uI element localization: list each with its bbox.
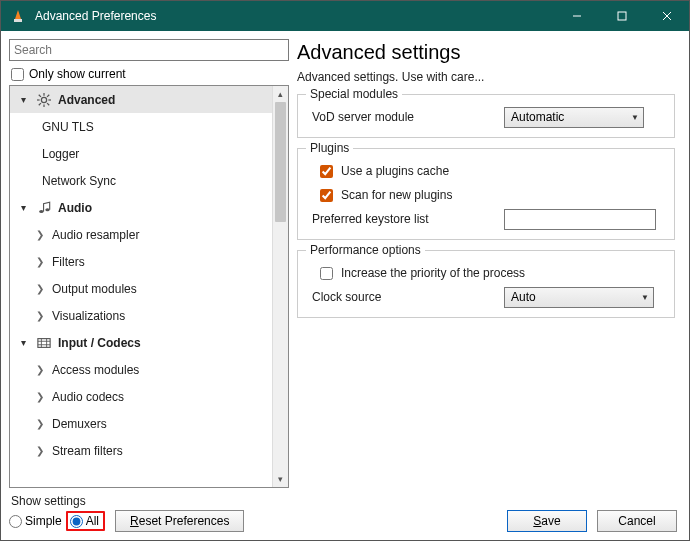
window-body: Only show current ▾AdvancedGNU TLSLogger…	[1, 31, 689, 540]
content-area: Only show current ▾AdvancedGNU TLSLogger…	[1, 31, 689, 496]
tree-category-input-codecs[interactable]: ▾Input / Codecs	[10, 329, 272, 356]
chevron-right-icon[interactable]: ❯	[34, 283, 46, 294]
save-button[interactable]: Save	[507, 510, 587, 532]
priority-checkbox[interactable]	[320, 267, 333, 280]
tree-item-label: Demuxers	[52, 417, 107, 431]
disclosure-triangle-icon[interactable]: ▾	[16, 94, 30, 105]
tree-item-demuxers[interactable]: ❯Demuxers	[10, 410, 272, 437]
tree-category-audio[interactable]: ▾Audio	[10, 194, 272, 221]
clock-select-value: Auto	[511, 290, 536, 304]
disclosure-triangle-icon[interactable]: ▾	[16, 337, 30, 348]
gear-icon	[36, 92, 52, 108]
chevron-right-icon[interactable]: ❯	[34, 364, 46, 375]
tree-item-label: Stream filters	[52, 444, 123, 458]
tree-item-visualizations[interactable]: ❯Visualizations	[10, 302, 272, 329]
tree-item-access-modules[interactable]: ❯Access modules	[10, 356, 272, 383]
scroll-down-icon[interactable]: ▾	[273, 471, 289, 487]
chevron-down-icon: ▼	[631, 113, 639, 122]
page-description: Advanced settings. Use with care...	[297, 70, 675, 84]
radio-all-input[interactable]	[70, 515, 83, 528]
svg-point-16	[45, 208, 49, 211]
show-settings-group: Show settings Simple All Reset Preferenc…	[9, 494, 244, 532]
radio-simple-label: Simple	[25, 514, 62, 528]
app-icon	[9, 7, 27, 25]
radio-all[interactable]: All	[66, 511, 105, 531]
svg-line-11	[39, 94, 41, 96]
chevron-down-icon: ▼	[641, 293, 649, 302]
radio-all-label: All	[86, 514, 99, 528]
tree-item-output-modules[interactable]: ❯Output modules	[10, 275, 272, 302]
chevron-right-icon[interactable]: ❯	[34, 229, 46, 240]
only-show-current-row: Only show current	[11, 67, 287, 81]
tree-item-network-sync[interactable]: Network Sync	[10, 167, 272, 194]
svg-marker-0	[15, 10, 21, 19]
clock-select[interactable]: Auto ▼	[504, 287, 654, 308]
tree-item-label: Audio resampler	[52, 228, 139, 242]
group-legend-plugins: Plugins	[306, 141, 353, 155]
svg-line-14	[39, 103, 41, 105]
codec-icon	[36, 335, 52, 351]
tree-item-audio-resampler[interactable]: ❯Audio resampler	[10, 221, 272, 248]
scan-plugins-label: Scan for new plugins	[341, 188, 666, 202]
vod-select[interactable]: Automatic ▼	[504, 107, 644, 128]
show-settings-label: Show settings	[9, 494, 244, 508]
reset-preferences-button[interactable]: Reset Preferences	[115, 510, 244, 532]
tree-item-label: Advanced	[58, 93, 115, 107]
tree-item-label: GNU TLS	[42, 120, 94, 134]
radio-simple[interactable]: Simple	[9, 514, 62, 528]
svg-rect-1	[14, 19, 22, 22]
tree-item-filters[interactable]: ❯Filters	[10, 248, 272, 275]
svg-point-6	[41, 97, 46, 102]
svg-rect-3	[618, 12, 626, 20]
chevron-right-icon[interactable]: ❯	[34, 256, 46, 267]
keystore-input[interactable]	[504, 209, 656, 230]
radio-simple-input[interactable]	[9, 515, 22, 528]
priority-label: Increase the priority of the process	[341, 266, 666, 280]
left-panel: Only show current ▾AdvancedGNU TLSLogger…	[9, 39, 289, 488]
svg-line-13	[47, 94, 49, 96]
tree-item-label: Audio	[58, 201, 92, 215]
svg-point-15	[39, 209, 43, 212]
vod-label: VoD server module	[306, 110, 496, 124]
tree-item-audio-codecs[interactable]: ❯Audio codecs	[10, 383, 272, 410]
disclosure-triangle-icon[interactable]: ▾	[16, 202, 30, 213]
close-button[interactable]	[644, 1, 689, 31]
tree-category-advanced[interactable]: ▾Advanced	[10, 86, 272, 113]
tree-item-stream-filters[interactable]: ❯Stream filters	[10, 437, 272, 464]
plugins-cache-label: Use a plugins cache	[341, 164, 666, 178]
tree-item-label: Output modules	[52, 282, 137, 296]
chevron-right-icon[interactable]: ❯	[34, 418, 46, 429]
scroll-up-icon[interactable]: ▴	[273, 86, 289, 102]
chevron-right-icon[interactable]: ❯	[34, 310, 46, 321]
group-performance: Performance options Increase the priorit…	[297, 250, 675, 318]
category-tree: ▾AdvancedGNU TLSLoggerNetwork Sync▾Audio…	[9, 85, 289, 488]
scan-plugins-checkbox[interactable]	[320, 189, 333, 202]
tree-item-logger[interactable]: Logger	[10, 140, 272, 167]
search-input[interactable]	[9, 39, 289, 61]
only-show-current-checkbox[interactable]	[11, 68, 24, 81]
scroll-thumb[interactable]	[275, 102, 286, 222]
group-special-modules: Special modules VoD server module Automa…	[297, 94, 675, 138]
minimize-button[interactable]	[554, 1, 599, 31]
maximize-button[interactable]	[599, 1, 644, 31]
tree-item-label: Filters	[52, 255, 85, 269]
tree-item-gnu-tls[interactable]: GNU TLS	[10, 113, 272, 140]
tree-item-label: Logger	[42, 147, 79, 161]
tree-item-label: Visualizations	[52, 309, 125, 323]
tree-scrollbar[interactable]: ▴ ▾	[272, 86, 288, 487]
chevron-right-icon[interactable]: ❯	[34, 445, 46, 456]
chevron-right-icon[interactable]: ❯	[34, 391, 46, 402]
group-plugins: Plugins Use a plugins cache Scan for new…	[297, 148, 675, 240]
tree-item-label: Network Sync	[42, 174, 116, 188]
plugins-cache-checkbox[interactable]	[320, 165, 333, 178]
svg-rect-17	[38, 338, 50, 347]
tree-item-label: Audio codecs	[52, 390, 124, 404]
vod-select-value: Automatic	[511, 110, 564, 124]
titlebar: Advanced Preferences	[1, 1, 689, 31]
group-legend-special: Special modules	[306, 87, 402, 101]
window-title: Advanced Preferences	[35, 9, 156, 23]
footer: Show settings Simple All Reset Preferenc…	[1, 496, 689, 540]
tree-item-label: Access modules	[52, 363, 139, 377]
only-show-current-label: Only show current	[29, 67, 126, 81]
cancel-button[interactable]: Cancel	[597, 510, 677, 532]
